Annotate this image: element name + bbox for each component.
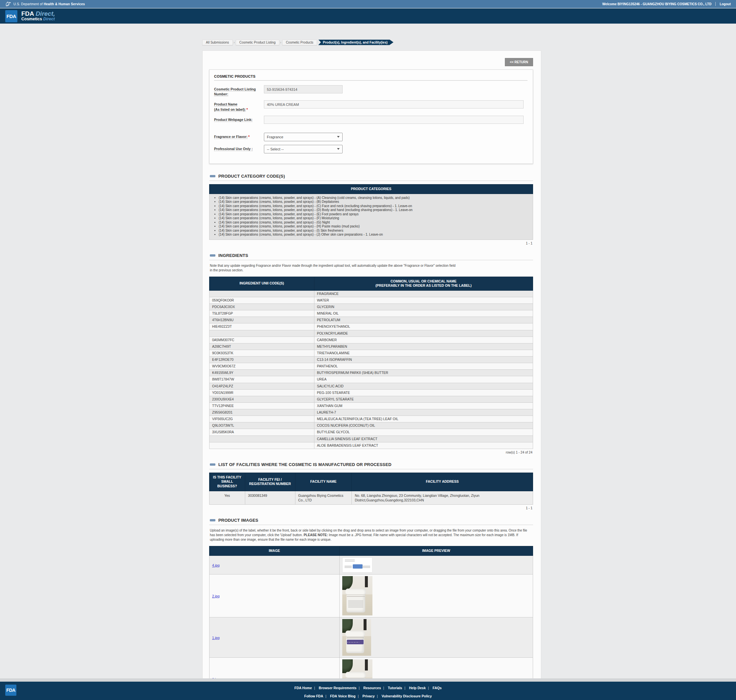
facility-fei-number: 3030081349 (245, 491, 295, 504)
image-preview-4jpg (342, 557, 372, 572)
fragrance-label[interactable]: Fragrance or Flavor: (214, 135, 247, 139)
breadcrumb-cosmetic-product-listing[interactable]: Cosmetic Product Listing (236, 40, 279, 45)
category-item: (14) Skin care preparations (creams, lot… (219, 233, 530, 237)
ingredient-unii-code: 4T6H12BN9U (209, 317, 314, 324)
ingredient-unii-code: 3XUS85K0RA (209, 429, 314, 435)
footer-link-fda-home[interactable]: FDA Home (294, 686, 312, 690)
professional-use-selected-value: -- Select -- (267, 147, 284, 151)
webpage-link-label[interactable]: Product Webpage Link: (214, 118, 252, 122)
ingredient-unii-code: K49155WL9Y (209, 370, 314, 376)
ingredient-row: 0A5MM307FCCARBOMER (209, 337, 533, 343)
column-header: FACILITY ADDRESS (352, 472, 533, 491)
welcome-text: Welcome BIYING135246 - GUANGZHOU BIYING … (602, 2, 711, 6)
footer-link-privacy[interactable]: Privacy (362, 694, 374, 698)
column-header: IS THIS FACILITY SMALL BUSINESS? (209, 472, 245, 491)
ingredient-name: LAURETH-7 (314, 409, 533, 416)
facility-name: Guangzhou Biying Cosmetics Co., LTD (295, 491, 352, 504)
breadcrumb-all-submissions[interactable]: All Submissions (202, 40, 233, 45)
ingredient-name: UREA (314, 376, 533, 383)
image-link-4jpg[interactable]: 4.jpg (212, 563, 220, 567)
collapse-icon[interactable] (210, 254, 215, 257)
ingredient-unii-code: HIE492ZZ3T (209, 324, 314, 330)
column-header: PRODUCT CATEGORIES (209, 184, 533, 194)
ingredient-unii-code (209, 435, 314, 442)
product-name-label-2[interactable]: (As listed on label): (214, 107, 246, 112)
ingredient-name: C13-14 ISOPARAFFIN (314, 357, 533, 363)
footer-link-follow-fda[interactable]: Follow FDA (304, 694, 323, 698)
ingredient-unii-code: Q9L0O73W7L (209, 422, 314, 429)
ingredient-name: COCOS NUCIFERA (COCONUT) OIL (314, 422, 533, 429)
ingredient-name: ALOE BARBADENSIS LEAF EXTRACT (314, 442, 533, 449)
ingredient-row: 4T6H12BN9UPETROLATUM (209, 317, 533, 324)
column-header-preview: IMAGE PREVIEW (339, 546, 533, 556)
ingredient-name: SALICYLIC ACID (314, 383, 533, 389)
pagination: row(s) 1 - 24 of 24 (209, 451, 533, 454)
pagination: 1 - 1 (209, 506, 533, 510)
footer-link-fda-voice-blog[interactable]: FDA Voice Blog (330, 694, 356, 698)
ingredient-name: WATER (314, 297, 533, 303)
product-images-note: Upload an image(s) of the label, whether… (210, 528, 533, 542)
field-webpage-link: Product Webpage Link: (214, 116, 527, 124)
ingredient-row: TTV12P4NEEXANTHAN GUM (209, 403, 533, 409)
ingredient-unii-code: Z95S6G8201 (209, 409, 314, 416)
image-row: 2.jpg (209, 574, 533, 617)
fragrance-select[interactable]: Fragrance (264, 133, 343, 141)
footer-link-faqs[interactable]: FAQs (433, 686, 442, 690)
ingredient-row: 9O3K93S3TKTRIETHANOLAMINE (209, 350, 533, 356)
footer-link-vulnerability-disclosure[interactable]: Vulnerability Disclosure Policy (381, 694, 432, 698)
footer-link-resources[interactable]: Resources (363, 686, 381, 690)
field-product-name: Product Name (As listed on label):* (214, 100, 527, 112)
collapse-icon[interactable] (210, 519, 215, 521)
product-name-label[interactable]: Product Name (214, 102, 237, 106)
ingredient-row: HIE492ZZ3TPHENOXYETHANOL (209, 324, 533, 330)
ingredient-unii-code: VIF565UC2G (209, 416, 314, 422)
image-preview-2jpg (342, 576, 372, 615)
listing-number-label[interactable]: Cosmetic Product Listing Number: (214, 87, 256, 96)
footer-link-tutorials[interactable]: Tutorials (388, 686, 402, 690)
facility-address: No. 68, Liangsha Zhongsuo, 23 Community,… (352, 491, 533, 504)
webpage-link-input[interactable] (264, 116, 524, 124)
professional-use-select[interactable]: -- Select -- (264, 145, 343, 153)
breadcrumb-cosmetic-products[interactable]: Cosmetic Products (282, 40, 317, 45)
ingredient-row: 3XUS85K0RABUTYLENE GLYCOL (209, 429, 533, 435)
facility-row: Yes 3030081349 Guangzhou Biying Cosmetic… (209, 491, 533, 504)
ingredient-name: BUTYROSPERMUM PARKII (SHEA) BUTTER (314, 370, 533, 376)
return-button[interactable]: << RETURN (505, 58, 533, 66)
section-title: PRODUCT CATEGORY CODE(S) (218, 174, 285, 179)
breadcrumb: All Submissions › Cosmetic Product Listi… (202, 39, 736, 45)
image-link-1jpg[interactable]: 1.jpg (212, 636, 220, 640)
chevron-down-icon (337, 136, 340, 138)
image-preview-1jpg (342, 619, 371, 656)
listing-number-input[interactable] (264, 85, 343, 93)
ingredient-row: 230OU9XXE4GLYCERYL STEARATE (209, 396, 533, 403)
ingredient-unii-code: TTV12P4NEE (209, 403, 314, 409)
ingredient-name: MELALEUCA ALTERNIFOLIA (TEA TREE) LEAF O… (314, 416, 533, 422)
chevron-right-icon: › (234, 41, 235, 44)
ingredient-row: PDC6A3C0OXGLYCERIN (209, 304, 533, 310)
ingredient-name: POLYACRYLAMIDE (314, 330, 533, 337)
ingredient-unii-code: T5L8T28FGP (209, 310, 314, 317)
logout-link[interactable]: Logout (720, 2, 731, 6)
footer-link-help-desk[interactable]: Help Desk (409, 686, 426, 690)
section-product-categories: PRODUCT CATEGORY CODE(S) (209, 172, 533, 181)
footer-link-browser-requirements[interactable]: Browser Requirements (319, 686, 356, 690)
ingredient-row: O414PZ4LPZSALICYLIC ACID (209, 383, 533, 389)
section-product-images: PRODUCT IMAGES (209, 516, 533, 525)
category-item: (14) Skin care preparations (creams, lot… (219, 225, 530, 229)
column-header: FACILITY FEI / REGISTRATION NUMBER (245, 472, 295, 491)
ingredient-unii-code: WV9CM0O67Z (209, 363, 314, 370)
ingredient-name: PANTHENOL (314, 363, 533, 370)
image-link-2jpg[interactable]: 2.jpg (212, 594, 220, 598)
section-title: INGREDIENTS (218, 253, 248, 258)
page: { "header": { "hhs_prefix": "U.S. Depart… (0, 0, 736, 700)
professional-use-label[interactable]: Professional Use Only : (214, 147, 253, 151)
government-bar: U.S. Department of Health & Human Servic… (0, 0, 736, 9)
ingredient-unii-code: O414PZ4LPZ (209, 383, 314, 389)
field-listing-number: Cosmetic Product Listing Number: (214, 85, 527, 97)
collapse-icon[interactable] (210, 463, 215, 466)
ingredient-name: MINERAL OIL (314, 310, 533, 317)
product-name-input[interactable] (264, 100, 524, 109)
ingredients-body: FRAGRANCE059QF0KO0RWATERPDC6A3C0OXGLYCER… (209, 290, 533, 449)
ingredient-row: Q9L0O73W7LCOCOS NUCIFERA (COCONUT) OIL (209, 422, 533, 429)
collapse-icon[interactable] (210, 175, 215, 177)
